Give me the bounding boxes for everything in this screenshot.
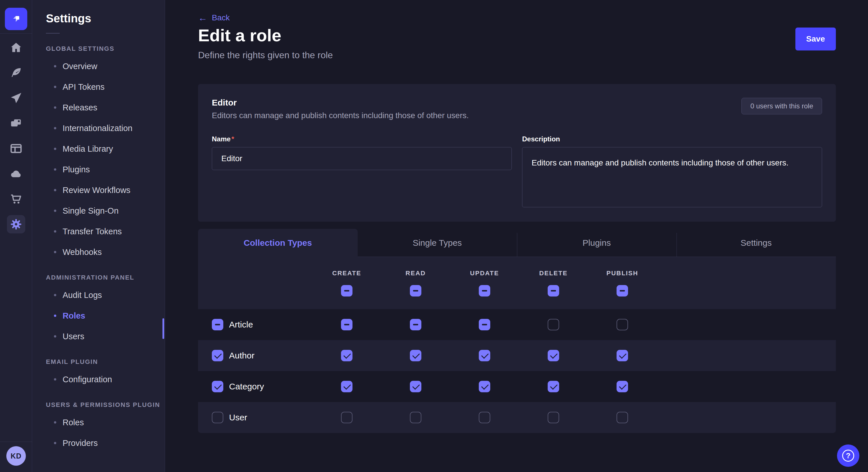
user-read-checkbox[interactable] [410,412,422,423]
name-label-text: Name [212,135,230,143]
row-label: User [229,413,247,423]
user-publish-checkbox[interactable] [617,412,628,423]
article-row-checkbox[interactable] [212,319,223,330]
cart-icon[interactable] [10,193,22,205]
tab-plugins[interactable]: Plugins [517,229,677,257]
media-library-icon[interactable] [10,117,22,130]
bullet-icon [54,378,56,380]
category-row-checkbox[interactable] [212,381,223,392]
author-publish-checkbox[interactable] [617,350,628,361]
tab-collection-types[interactable]: Collection Types [198,229,358,257]
author-delete-checkbox[interactable] [548,350,559,361]
sidebar-item-label: Providers [63,438,98,448]
category-delete-checkbox[interactable] [548,381,559,392]
sidebar-item-releases[interactable]: Releases [46,97,165,118]
sidebar-item-audit-logs[interactable]: Audit Logs [46,285,165,305]
sidebar-item-label: Internationalization [63,124,132,133]
sidebar-item-overview[interactable]: Overview [46,56,165,76]
permissions-section: Collection Types Single Types Plugins Se… [198,229,836,433]
article-update-checkbox[interactable] [479,319,490,330]
role-card-head: Editor Editors can manage and publish co… [212,98,822,120]
sidebar-scrollbar-thumb[interactable] [162,318,164,339]
select-all-read-checkbox[interactable] [410,285,422,297]
select-all-delete-checkbox[interactable] [548,285,559,297]
sidebar-item-api-tokens[interactable]: API Tokens [46,76,165,97]
table-row-author: Author [198,340,836,371]
publish-column-label: PUBLISH [607,270,639,277]
sidebar-item-transfer-tokens[interactable]: Transfer Tokens [46,221,165,242]
back-arrow-icon: ← [198,13,207,22]
layout-icon[interactable] [10,142,22,155]
paper-plane-icon[interactable] [10,92,22,104]
author-read-checkbox[interactable] [410,350,422,361]
help-button[interactable]: ? [837,444,859,467]
sidebar-item-label: Overview [63,62,97,71]
home-icon[interactable] [10,41,22,54]
global-settings-list: Overview API Tokens Releases Internation… [46,56,165,262]
user-create-checkbox[interactable] [341,412,352,423]
feather-icon[interactable] [10,67,22,79]
article-publish-checkbox[interactable] [617,319,628,330]
name-input[interactable] [212,147,512,170]
sidebar-item-roles-admin[interactable]: Roles [46,305,165,326]
sidebar-item-review-workflows[interactable]: Review Workflows [46,180,165,200]
sidebar-item-providers[interactable]: Providers [46,433,165,453]
name-field-group: Name* [212,135,512,208]
sidebar-item-users[interactable]: Users [46,326,165,347]
cloud-icon[interactable] [10,167,22,180]
permissions-tabs: Collection Types Single Types Plugins Se… [198,229,836,257]
category-publish-checkbox[interactable] [617,381,628,392]
article-read-checkbox[interactable] [410,319,422,330]
author-row-checkbox[interactable] [212,350,223,361]
avatar[interactable]: KD [6,446,26,466]
sidebar-item-label: Media Library [63,144,113,154]
sidebar-title: Settings [46,12,165,25]
sidebar-item-internationalization[interactable]: Internationalization [46,118,165,138]
bullet-icon [54,148,56,150]
sidebar-item-label: Plugins [63,165,90,174]
description-textarea[interactable]: Editors can manage and publish contents … [522,147,822,207]
select-all-update-checkbox[interactable] [479,285,490,297]
select-all-create-checkbox[interactable] [341,285,352,297]
row-entity: Article [198,319,312,330]
user-update-checkbox[interactable] [479,412,490,423]
category-create-checkbox[interactable] [341,381,352,392]
delete-column-label: DELETE [539,270,568,277]
bullet-icon [54,251,56,253]
role-details-card: Editor Editors can manage and publish co… [198,84,836,222]
article-create-checkbox[interactable] [341,319,352,330]
article-delete-checkbox[interactable] [548,319,559,330]
tab-label: Settings [741,238,772,248]
save-button[interactable]: Save [795,28,836,50]
main-content: ← Back Edit a role Save Define the right… [165,0,868,472]
users-count-badge[interactable]: 0 users with this role [741,98,822,114]
tab-settings[interactable]: Settings [677,229,836,257]
strapi-logo[interactable] [5,8,27,30]
sidebar-item-media-library[interactable]: Media Library [46,138,165,159]
sidebar-item-configuration[interactable]: Configuration [46,369,165,390]
user-row-checkbox[interactable] [212,412,223,423]
tab-label: Collection Types [244,238,312,248]
sidebar-item-webhooks[interactable]: Webhooks [46,242,165,262]
sidebar-item-label: Review Workflows [63,186,130,195]
section-label-users-permissions-plugin: USERS & PERMISSIONS PLUGIN [46,401,165,409]
select-all-publish-checkbox[interactable] [617,285,628,297]
sidebar-item-single-sign-on[interactable]: Single Sign-On [46,200,165,221]
role-form-fields: Name* Description Editors can manage and… [212,135,822,208]
sidebar-item-plugins[interactable]: Plugins [46,159,165,180]
back-link[interactable]: ← Back [198,13,229,22]
bullet-icon [54,294,56,296]
author-create-checkbox[interactable] [341,350,352,361]
category-update-checkbox[interactable] [479,381,490,392]
permissions-header-row: CREATE READ UPDATE DELETE [198,257,836,309]
author-update-checkbox[interactable] [479,350,490,361]
page-header: Edit a role Save [198,25,836,46]
bullet-icon [54,210,56,212]
create-column-label: CREATE [332,270,361,277]
gear-icon[interactable] [7,215,25,233]
category-read-checkbox[interactable] [410,381,422,392]
user-delete-checkbox[interactable] [548,412,559,423]
sidebar-item-label: Transfer Tokens [63,227,122,236]
tab-single-types[interactable]: Single Types [358,229,517,257]
sidebar-item-roles-up[interactable]: Roles [46,412,165,433]
